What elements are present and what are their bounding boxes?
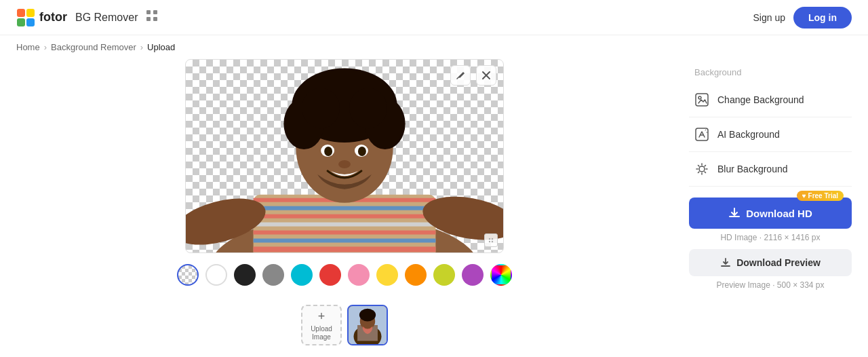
svg-point-45 xyxy=(699,166,705,172)
svg-rect-16 xyxy=(254,246,436,252)
svg-rect-13 xyxy=(254,223,436,227)
change-background-item[interactable]: Change Background xyxy=(689,83,852,117)
ai-bg-icon xyxy=(694,127,709,142)
preview-info: Preview Image · 500 × 334 px xyxy=(689,280,852,290)
background-section-title: Background xyxy=(694,67,846,77)
svg-point-28 xyxy=(324,147,332,156)
breadcrumb-sep2: › xyxy=(140,42,143,52)
swatch-white[interactable] xyxy=(205,264,227,286)
blur-background-label: Blur Background xyxy=(717,164,788,174)
svg-point-36 xyxy=(492,241,493,242)
swatch-cyan[interactable] xyxy=(291,264,313,286)
swatch-orange[interactable] xyxy=(405,264,427,286)
header-right: Sign up Log in xyxy=(753,7,852,29)
breadcrumb-home[interactable]: Home xyxy=(16,42,40,52)
canvas-wrapper xyxy=(185,59,504,253)
thumbnail-image xyxy=(349,306,387,344)
logo: fotor xyxy=(16,8,67,27)
swatch-transparent[interactable] xyxy=(177,264,199,286)
download-preview-label: Download Preview xyxy=(736,257,821,268)
breadcrumb-section[interactable]: Background Remover xyxy=(51,42,136,52)
change-bg-icon xyxy=(694,92,709,107)
svg-rect-11 xyxy=(254,206,436,210)
svg-point-25 xyxy=(349,88,387,128)
svg-point-33 xyxy=(489,238,490,240)
canvas-resize-handle[interactable] xyxy=(484,233,498,247)
upload-label: Upload Image xyxy=(311,325,332,341)
fotor-logo-icon xyxy=(16,8,35,27)
download-hd-wrapper: ♥ Free Trial Download HD HD Image · 2116… xyxy=(689,198,852,242)
svg-rect-12 xyxy=(254,214,436,219)
breadcrumb-sep1: › xyxy=(44,42,47,52)
signup-button[interactable]: Sign up xyxy=(753,12,785,23)
download-hd-label: Download HD xyxy=(746,208,812,219)
person-image xyxy=(186,60,503,252)
blur-bg-icon xyxy=(694,162,709,176)
logo-text: fotor xyxy=(39,10,67,24)
breadcrumb-current: Upload xyxy=(147,42,175,52)
grid-icon[interactable] xyxy=(146,10,158,25)
header: fotor BG Remover Sign up Log in xyxy=(0,0,868,35)
background-section: Background xyxy=(689,59,852,83)
person-svg xyxy=(186,59,503,253)
svg-rect-0 xyxy=(17,9,25,17)
download-preview-button[interactable]: Download Preview xyxy=(689,249,852,276)
pen-tool-button[interactable] xyxy=(450,65,471,86)
upload-plus-icon: + xyxy=(318,309,326,324)
download-hd-button[interactable]: Download HD xyxy=(689,198,852,229)
svg-rect-44 xyxy=(696,128,708,140)
blur-background-item[interactable]: Blur Background xyxy=(689,152,852,187)
swatch-rainbow[interactable] xyxy=(490,264,512,286)
svg-rect-3 xyxy=(26,18,35,26)
canvas-toolbar xyxy=(450,65,496,86)
login-button[interactable]: Log in xyxy=(793,7,852,29)
color-swatches xyxy=(177,264,512,286)
header-left: fotor BG Remover xyxy=(16,8,158,27)
svg-point-30 xyxy=(338,160,351,168)
svg-rect-5 xyxy=(153,10,157,14)
svg-rect-2 xyxy=(17,18,25,26)
svg-rect-1 xyxy=(26,9,35,17)
svg-point-34 xyxy=(492,238,493,240)
clear-button[interactable] xyxy=(476,65,496,86)
swatch-pink[interactable] xyxy=(348,264,370,286)
svg-rect-6 xyxy=(146,17,151,21)
upload-image-button[interactable]: + Upload Image xyxy=(301,305,342,345)
swatch-yellow[interactable] xyxy=(376,264,398,286)
download-preview-icon xyxy=(720,257,731,268)
hd-info: HD Image · 2116 × 1416 px xyxy=(689,233,852,242)
ai-background-label: AI Background xyxy=(717,129,780,140)
svg-point-43 xyxy=(698,96,701,99)
swatch-gray[interactable] xyxy=(262,264,284,286)
swatch-red[interactable] xyxy=(319,264,341,286)
swatch-black[interactable] xyxy=(234,264,256,286)
canvas-area: + Upload Image xyxy=(16,59,673,345)
download-hd-icon xyxy=(728,207,741,219)
svg-rect-15 xyxy=(254,238,436,242)
right-panel: Background Change Background AI Backgrou… xyxy=(689,59,852,345)
svg-rect-4 xyxy=(146,10,151,14)
svg-rect-7 xyxy=(153,17,157,21)
app-title: BG Remover xyxy=(75,12,138,24)
main-content: + Upload Image xyxy=(0,59,868,357)
breadcrumb: Home › Background Remover › Upload xyxy=(0,35,868,59)
ai-background-item[interactable]: AI Background xyxy=(689,117,852,152)
svg-point-29 xyxy=(358,147,366,156)
svg-point-41 xyxy=(359,309,376,322)
swatch-purple[interactable] xyxy=(462,264,484,286)
change-background-label: Change Background xyxy=(717,94,804,105)
svg-rect-14 xyxy=(254,231,436,235)
free-trial-badge: ♥ Free Trial xyxy=(797,191,844,201)
swatch-lime[interactable] xyxy=(433,264,455,286)
svg-point-35 xyxy=(489,241,490,242)
image-thumbnail[interactable] xyxy=(347,305,388,345)
svg-point-24 xyxy=(302,88,340,128)
bottom-strip: + Upload Image xyxy=(301,297,388,345)
